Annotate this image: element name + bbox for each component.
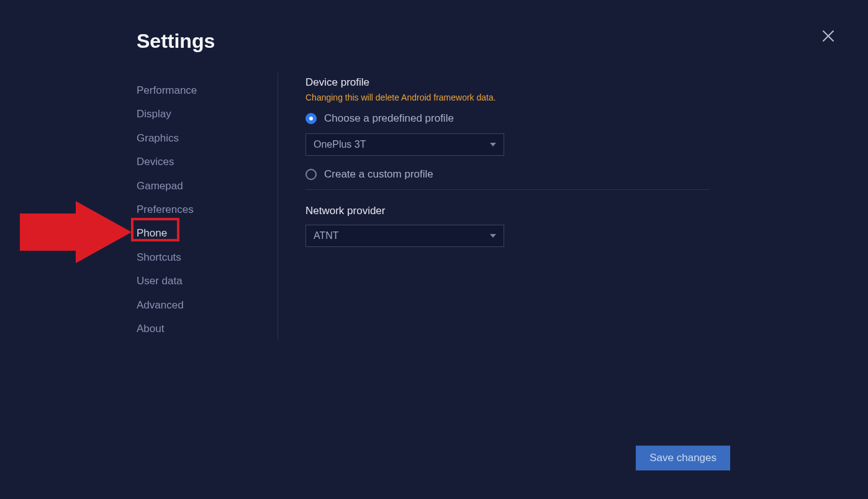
close-icon — [821, 29, 836, 43]
radio-custom-profile[interactable]: Create a custom profile — [305, 168, 700, 181]
sidebar-item-performance[interactable]: Performance — [137, 79, 278, 102]
sidebar-item-shortcuts[interactable]: Shortcuts — [137, 246, 278, 269]
svg-marker-2 — [20, 201, 132, 263]
sidebar-item-label: Phone — [137, 227, 167, 241]
sidebar-item-graphics[interactable]: Graphics — [137, 127, 278, 150]
sidebar-item-label: Advanced — [137, 299, 184, 311]
annotation-arrow — [20, 201, 132, 266]
sidebar-item-label: About — [137, 323, 164, 335]
sidebar-item-phone[interactable]: Phone — [137, 222, 278, 245]
select-value: ATNT — [314, 230, 339, 241]
sidebar-item-devices[interactable]: Devices — [137, 150, 278, 174]
device-profile-warning: Changing this will delete Android framew… — [305, 92, 700, 102]
page-title: Settings — [137, 30, 868, 53]
save-changes-button[interactable]: Save changes — [636, 446, 730, 470]
radio-label: Create a custom profile — [324, 168, 433, 181]
sidebar-item-advanced[interactable]: Advanced — [137, 294, 278, 317]
settings-content: Device profile Changing this will delete… — [278, 73, 700, 259]
settings-dialog: Settings Performance Display Graphics De… — [0, 0, 868, 499]
sidebar-item-display[interactable]: Display — [137, 102, 278, 126]
divider — [305, 189, 709, 190]
sidebar-item-label: Display — [137, 108, 171, 120]
settings-sidebar: Performance Display Graphics Devices Gam… — [137, 73, 278, 339]
sidebar-item-label: Gamepad — [137, 180, 183, 192]
chevron-down-icon — [490, 143, 496, 146]
sidebar-item-label: User data — [137, 275, 183, 287]
sidebar-item-label: Graphics — [137, 132, 179, 144]
radio-icon — [305, 113, 317, 124]
sidebar-item-user-data[interactable]: User data — [137, 269, 278, 293]
device-profile-select[interactable]: OnePlus 3T — [305, 133, 504, 156]
select-value: OnePlus 3T — [314, 139, 366, 150]
network-provider-title: Network provider — [305, 205, 700, 217]
radio-icon — [305, 169, 317, 180]
radio-label: Choose a predefined profile — [324, 112, 454, 125]
sidebar-item-label: Shortcuts — [137, 251, 181, 263]
radio-predefined-profile[interactable]: Choose a predefined profile — [305, 112, 700, 125]
network-provider-select[interactable]: ATNT — [305, 225, 504, 247]
chevron-down-icon — [490, 234, 496, 238]
sidebar-item-label: Preferences — [137, 204, 194, 215]
sidebar-item-about[interactable]: About — [137, 317, 278, 341]
sidebar-item-label: Performance — [137, 84, 197, 96]
device-profile-title: Device profile — [305, 76, 700, 89]
close-button[interactable] — [821, 29, 836, 43]
sidebar-item-gamepad[interactable]: Gamepad — [137, 174, 278, 198]
sidebar-item-label: Devices — [137, 156, 174, 168]
sidebar-item-preferences[interactable]: Preferences — [137, 198, 278, 222]
